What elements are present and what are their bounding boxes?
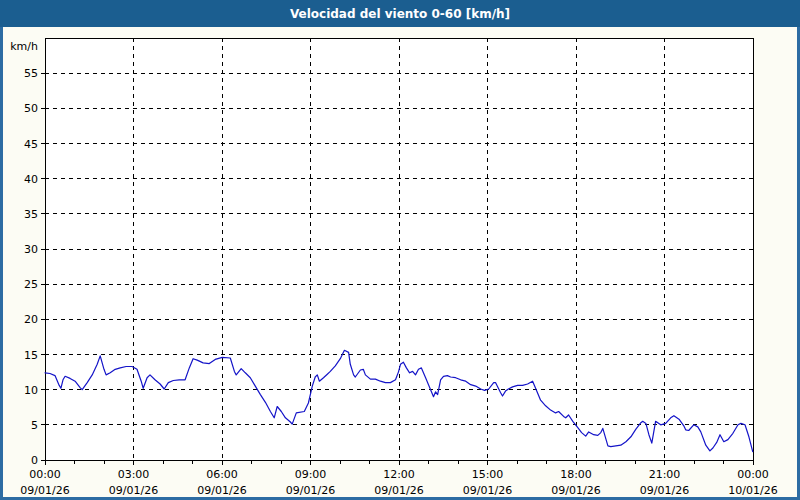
y-tick-label: 5 bbox=[31, 419, 38, 432]
x-tick-date-label: 10/01/26 bbox=[728, 484, 777, 497]
x-tick-date-label: 09/01/26 bbox=[551, 484, 600, 497]
x-tick-time-label: 18:00 bbox=[560, 468, 592, 481]
y-tick-label: 40 bbox=[24, 173, 38, 186]
x-tick-date-label: 09/01/26 bbox=[109, 484, 158, 497]
x-tick-date-label: 09/01/26 bbox=[463, 484, 512, 497]
y-tick-label: 15 bbox=[24, 349, 38, 362]
y-tick-label: 55 bbox=[24, 67, 38, 80]
x-tick-time-label: 00:00 bbox=[29, 468, 61, 481]
y-tick-label: 35 bbox=[24, 208, 38, 221]
x-tick-date-label: 09/01/26 bbox=[20, 484, 69, 497]
y-tick-label: 45 bbox=[24, 138, 38, 151]
wind-speed-chart: 0510152025303540455055km/h00:0009/01/260… bbox=[3, 27, 797, 497]
wind-chart-window: Velocidad del viento 0-60 [km/h] 0510152… bbox=[0, 0, 800, 500]
chart-area: 0510152025303540455055km/h00:0009/01/260… bbox=[0, 27, 800, 500]
title-bar: Velocidad del viento 0-60 [km/h] bbox=[0, 0, 800, 27]
x-tick-time-label: 03:00 bbox=[118, 468, 150, 481]
x-tick-time-label: 21:00 bbox=[649, 468, 681, 481]
x-tick-date-label: 09/01/26 bbox=[640, 484, 689, 497]
x-tick-time-label: 15:00 bbox=[472, 468, 504, 481]
chart-title: Velocidad del viento 0-60 [km/h] bbox=[290, 7, 510, 21]
x-tick-time-label: 12:00 bbox=[383, 468, 415, 481]
y-tick-label: 30 bbox=[24, 243, 38, 256]
y-axis-unit-label: km/h bbox=[10, 40, 38, 53]
y-tick-label: 50 bbox=[24, 102, 38, 115]
x-tick-time-label: 00:00 bbox=[737, 468, 769, 481]
x-tick-date-label: 09/01/26 bbox=[286, 484, 335, 497]
x-tick-date-label: 09/01/26 bbox=[374, 484, 423, 497]
x-tick-time-label: 06:00 bbox=[206, 468, 238, 481]
x-tick-date-label: 09/01/26 bbox=[197, 484, 246, 497]
y-tick-label: 0 bbox=[31, 454, 38, 467]
y-tick-label: 10 bbox=[24, 384, 38, 397]
x-tick-time-label: 09:00 bbox=[295, 468, 327, 481]
y-tick-label: 20 bbox=[24, 313, 38, 326]
y-tick-label: 25 bbox=[24, 278, 38, 291]
